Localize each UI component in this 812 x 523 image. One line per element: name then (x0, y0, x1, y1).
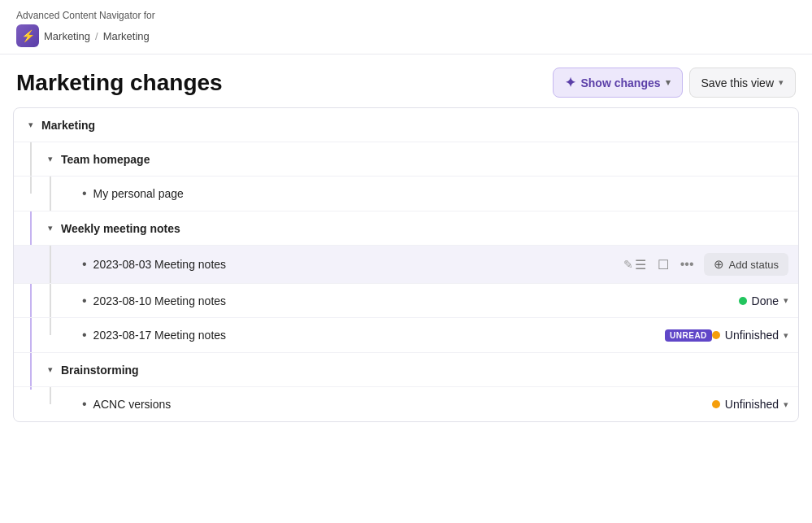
breadcrumb-row: ⚡ Marketing / Marketing (16, 24, 796, 47)
unfinished-status-chevron-1[interactable]: ▾ (784, 330, 788, 341)
team-homepage-row: ▾ Team homepage (14, 142, 798, 177)
marketing-collapse-icon[interactable]: ▾ (24, 118, 38, 133)
weekly-meeting-section: ▾ Weekly meeting notes • 2023-08-03 Meet… (14, 211, 798, 353)
meeting-08-17-label: 2023-08-17 Meeting notes (93, 329, 658, 342)
unfinished-status-label-2: Unfinished (725, 398, 779, 411)
unfinished-status-chevron-2[interactable]: ▾ (784, 399, 788, 410)
meeting-08-10-bullet: • (82, 294, 87, 308)
meeting-08-17-bullet: • (82, 328, 87, 342)
checkbox-icon[interactable]: ☐ (656, 255, 671, 274)
meeting-2023-08-17-row: • 2023-08-17 Meeting notes UNREAD Unfini… (14, 318, 798, 352)
connector-left-3 (50, 177, 51, 211)
unfinished-status-label-1: Unfinished (725, 329, 779, 342)
connector-left-1 (30, 142, 32, 176)
unfinished-status-dot-1 (712, 331, 720, 339)
add-status-button[interactable]: ⊕ Add status (704, 253, 788, 276)
weekly-meeting-collapse-icon[interactable]: ▾ (43, 221, 58, 236)
brainstorming-section: ▾ Brainstorming • ACNC versions Unfinish… (14, 353, 798, 421)
app-title: Advanced Content Navigator for (16, 10, 796, 21)
tree-content: ▾ Marketing ▾ Team homepage • My persona… (0, 107, 812, 422)
weekly-meeting-notes-row: ▾ Weekly meeting notes (14, 211, 798, 246)
brainstorming-collapse-icon[interactable]: ▾ (43, 363, 58, 377)
breadcrumb-separator: / (95, 30, 98, 42)
done-status-chevron[interactable]: ▾ (784, 295, 788, 306)
save-view-chevron-icon: ▾ (779, 77, 784, 88)
brainstorming-row: ▾ Brainstorming (14, 353, 798, 387)
add-status-circle-icon: ⊕ (714, 257, 724, 272)
more-icon[interactable]: ••• (679, 255, 696, 273)
marketing-root-row: ▾ Marketing (14, 108, 798, 142)
connector-acnc (50, 387, 51, 404)
add-status-label: Add status (729, 259, 779, 271)
my-personal-page-label: My personal page (93, 187, 788, 200)
show-changes-label: Show changes (580, 76, 660, 89)
page-header: Marketing changes ✦ Show changes ▾ Save … (0, 54, 812, 107)
my-personal-page-bullet: • (82, 186, 87, 201)
unread-badge: UNREAD (665, 329, 712, 342)
meeting-08-10-label: 2023-08-10 Meeting notes (93, 294, 739, 307)
acnc-actions: Unfinished ▾ (712, 398, 788, 411)
connector-meeting-1 (50, 246, 51, 283)
done-status-label: Done (752, 294, 779, 307)
breadcrumb-marketing-1[interactable]: Marketing (44, 30, 90, 42)
brainstorming-label: Brainstorming (61, 364, 139, 377)
connector-meeting-2 (50, 284, 51, 317)
header-actions: ✦ Show changes ▾ Save this view ▾ (553, 68, 796, 98)
acnc-status: Unfinished ▾ (712, 398, 788, 411)
marketing-root-label: Marketing (41, 119, 95, 132)
unfinished-status-dot-2 (712, 400, 720, 408)
team-homepage-section: ▾ Team homepage • My personal page (14, 142, 798, 211)
list-icon[interactable]: ☰ (633, 255, 648, 274)
meeting-08-03-actions: ☰ ☐ ••• ⊕ Add status (633, 253, 788, 276)
app-icon: ⚡ (16, 24, 39, 47)
meeting-08-17-actions: Unfinished ▾ (712, 329, 788, 342)
meeting-08-10-actions: Done ▾ (739, 294, 788, 307)
breadcrumb-marketing-2[interactable]: Marketing (103, 30, 150, 42)
acnc-versions-label: ACNC versions (93, 398, 712, 411)
sparkle-icon: ✦ (565, 75, 575, 90)
meeting-2023-08-03-row: • 2023-08-03 Meeting notes ✎ ☰ ☐ ••• ⊕ A… (14, 246, 798, 284)
acnc-versions-row: • ACNC versions Unfinished ▾ (14, 387, 798, 421)
page-title: Marketing changes (16, 70, 223, 96)
show-changes-button[interactable]: ✦ Show changes ▾ (553, 68, 682, 98)
my-personal-page-row: • My personal page (14, 177, 798, 211)
team-homepage-collapse-icon[interactable]: ▾ (43, 152, 58, 167)
team-homepage-label: Team homepage (61, 153, 150, 166)
connector-left-2 (30, 177, 32, 194)
show-changes-chevron-icon: ▾ (666, 77, 671, 88)
meeting-2023-08-10-row: • 2023-08-10 Meeting notes Done ▾ (14, 284, 798, 318)
save-view-button[interactable]: Save this view ▾ (689, 68, 796, 98)
marketing-root-section: ▾ Marketing ▾ Team homepage • My persona… (13, 107, 799, 422)
meeting-08-03-label: 2023-08-03 Meeting notes (93, 258, 619, 271)
meeting-08-03-edit-icon[interactable]: ✎ (623, 258, 633, 271)
top-bar: Advanced Content Navigator for ⚡ Marketi… (0, 0, 812, 54)
done-status-dot (739, 297, 747, 305)
save-view-label: Save this view (701, 76, 774, 89)
weekly-meeting-notes-label: Weekly meeting notes (61, 222, 180, 235)
connector-meeting-3 (50, 318, 51, 335)
acnc-bullet: • (82, 397, 87, 412)
meeting-08-10-status: Done ▾ (739, 294, 788, 307)
meeting-08-03-bullet: • (82, 257, 87, 272)
meeting-08-17-status: Unfinished ▾ (712, 329, 788, 342)
